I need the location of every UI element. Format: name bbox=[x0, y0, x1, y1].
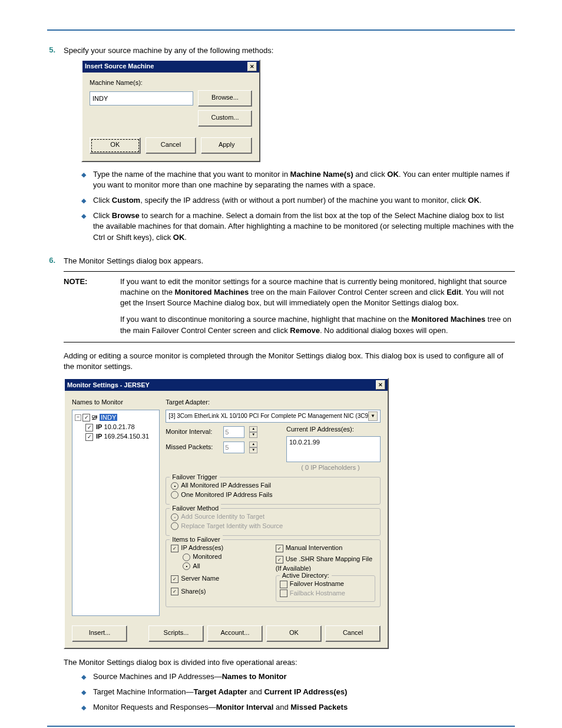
note-box: NOTE: If you want to edit the monitor se… bbox=[64, 271, 515, 342]
close-icon[interactable]: ✕ bbox=[247, 62, 257, 71]
ok-button[interactable]: OK bbox=[266, 625, 322, 642]
bullet-text: Type the name of the machine that you wa… bbox=[93, 169, 515, 190]
insert-source-machine-dialog: Insert Source Machine ✕ Machine Name(s):… bbox=[81, 60, 260, 162]
spinner-up-icon[interactable]: ▲ bbox=[249, 426, 257, 432]
chevron-down-icon: ▼ bbox=[368, 411, 378, 421]
missed-packets-input[interactable] bbox=[223, 442, 244, 453]
step-6-num: 6. bbox=[47, 256, 55, 720]
scripts-button[interactable]: Scripts... bbox=[148, 625, 204, 642]
spinner-down-icon[interactable]: ▼ bbox=[249, 447, 257, 453]
trigger-all-radio[interactable] bbox=[171, 482, 178, 490]
note-p2: If you want to discontinue monitoring a … bbox=[120, 314, 515, 335]
names-to-monitor-label: Names to Monitor bbox=[72, 398, 160, 407]
machine-name-label: Machine Name(s): bbox=[90, 78, 252, 87]
bullet-text: Target Machine Information—Target Adapte… bbox=[93, 687, 515, 697]
ip-placeholders-button[interactable]: ( 0 IP Placeholders ) bbox=[286, 462, 375, 473]
spinner-up-icon[interactable]: ▲ bbox=[249, 442, 257, 447]
ip-addresses-checkbox[interactable]: ✓ bbox=[171, 545, 178, 552]
step-5-num: 5. bbox=[47, 45, 55, 250]
failover-method-title: Failover Method bbox=[170, 504, 221, 513]
note-label: NOTE: bbox=[64, 276, 106, 336]
failback-hostname-checkbox bbox=[280, 589, 287, 597]
dialog1-title: Insert Source Machine bbox=[85, 62, 154, 71]
spinner-down-icon[interactable]: ▼ bbox=[249, 432, 257, 438]
bullet-icon: ◆ bbox=[81, 210, 86, 243]
apply-button[interactable]: Apply bbox=[201, 137, 252, 154]
intro-paragraph: Adding or editing a source monitor is co… bbox=[64, 351, 515, 372]
bullet-text: Click Browse to search for a machine. Se… bbox=[93, 210, 515, 243]
method-replace-radio[interactable] bbox=[171, 522, 178, 530]
bullet-text: Source Machines and IP Addresses—Names t… bbox=[93, 671, 515, 682]
names-tree[interactable]: −✓🖳 INDY ✓ IP 10.0.21.78 ✓ IP 169.254.15… bbox=[72, 410, 160, 616]
current-ip-list[interactable]: 10.0.21.99 bbox=[286, 436, 381, 462]
bullet-icon: ◆ bbox=[81, 169, 86, 190]
items-to-failover-title: Items to Failover bbox=[170, 535, 222, 544]
note-p1: If you want to edit the monitor settings… bbox=[120, 276, 515, 309]
target-adapter-label: Target Adapter: bbox=[166, 398, 381, 407]
monitor-interval-label: Monitor Interval: bbox=[166, 427, 219, 436]
server-name-checkbox[interactable]: ✓ bbox=[171, 575, 178, 583]
manual-intervention-checkbox[interactable]: ✓ bbox=[276, 545, 283, 552]
active-directory-title: Active Directory: bbox=[280, 571, 332, 580]
all-radio[interactable] bbox=[183, 562, 190, 570]
trigger-one-radio[interactable] bbox=[171, 491, 178, 499]
failover-trigger-title: Failover Trigger bbox=[170, 473, 219, 482]
step-5-text: Specify your source machine by any of th… bbox=[64, 45, 515, 56]
monitored-radio[interactable] bbox=[183, 554, 190, 561]
bullet-icon: ◆ bbox=[81, 671, 86, 682]
browse-button[interactable]: Browse... bbox=[198, 90, 252, 107]
method-add-radio[interactable] bbox=[171, 513, 178, 521]
failover-hostname-checkbox[interactable] bbox=[280, 581, 287, 588]
bullet-text: Monitor Requests and Responses—Monitor I… bbox=[93, 702, 515, 713]
account-button[interactable]: Account... bbox=[207, 625, 263, 642]
close-icon[interactable]: ✕ bbox=[376, 380, 385, 390]
dialog2-title: Monitor Settings - JERSEY bbox=[67, 381, 150, 390]
cancel-button[interactable]: Cancel bbox=[146, 137, 197, 154]
step-6-text: The Monitor Settings dialog box appears. bbox=[64, 256, 515, 266]
bullet-icon: ◆ bbox=[81, 702, 86, 713]
machine-name-input[interactable] bbox=[90, 91, 193, 106]
monitor-interval-input[interactable] bbox=[223, 426, 244, 438]
cancel-button[interactable]: Cancel bbox=[325, 625, 381, 642]
shares-checkbox[interactable]: ✓ bbox=[171, 588, 178, 595]
target-adapter-select[interactable]: [3] 3Com EtherLink XL 10/100 PCI For Com… bbox=[166, 410, 381, 423]
missed-packets-label: Missed Packets: bbox=[166, 443, 219, 452]
custom-button[interactable]: Custom... bbox=[198, 110, 252, 127]
monitor-settings-dialog: Monitor Settings - JERSEY ✕ Names to Mon… bbox=[64, 378, 389, 648]
areas-intro: The Monitor Settings dialog box is divid… bbox=[64, 657, 515, 668]
insert-button[interactable]: Insert... bbox=[72, 625, 127, 642]
bullet-icon: ◆ bbox=[81, 195, 86, 206]
ok-button[interactable]: OK bbox=[90, 137, 141, 154]
current-ip-label: Current IP Address(es): bbox=[286, 425, 381, 434]
shr-file-checkbox[interactable]: ✓ bbox=[276, 556, 283, 564]
bullet-text: Click Custom, specify the IP address (wi… bbox=[93, 195, 515, 206]
bullet-icon: ◆ bbox=[81, 687, 86, 697]
